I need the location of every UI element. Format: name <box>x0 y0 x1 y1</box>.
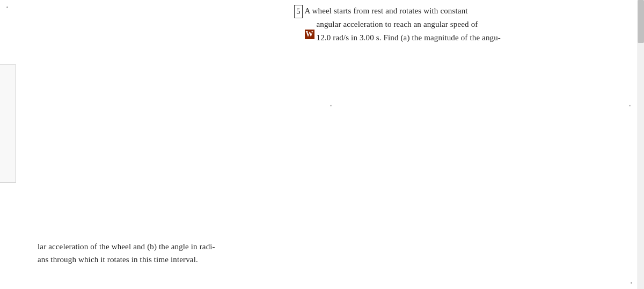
problem-continuation-line-1: lar acceleration of the wheel and (b) th… <box>38 240 317 254</box>
dot-decoration-right <box>629 105 631 106</box>
w-badge: W <box>305 30 314 39</box>
dot-decoration-bottom-right <box>631 282 632 284</box>
page-left-edge <box>0 64 16 183</box>
page-container: 5 A wheel starts from rest and rotates w… <box>0 0 644 289</box>
problem-line-3: 12.0 rad/s in 3.00 s. Find (a) the magni… <box>317 31 501 45</box>
dot-decoration-mid <box>330 105 332 106</box>
problem-line-1: A wheel starts from rest and rotates wit… <box>305 4 638 18</box>
scrollbar-thumb[interactable] <box>638 0 644 43</box>
problem-block-top: 5 A wheel starts from rest and rotates w… <box>294 4 638 44</box>
problem-line-2: angular acceleration to reach an angular… <box>317 18 501 31</box>
problem-continuation-line-2: ans through which it rotates in this tim… <box>38 253 317 266</box>
scrollbar[interactable] <box>638 0 644 289</box>
problem-block-bottom: lar acceleration of the wheel and (b) th… <box>38 240 317 267</box>
problem-number: 5 <box>294 5 303 18</box>
dot-decoration <box>6 6 8 8</box>
problem-text-top: A wheel starts from rest and rotates wit… <box>305 4 638 44</box>
